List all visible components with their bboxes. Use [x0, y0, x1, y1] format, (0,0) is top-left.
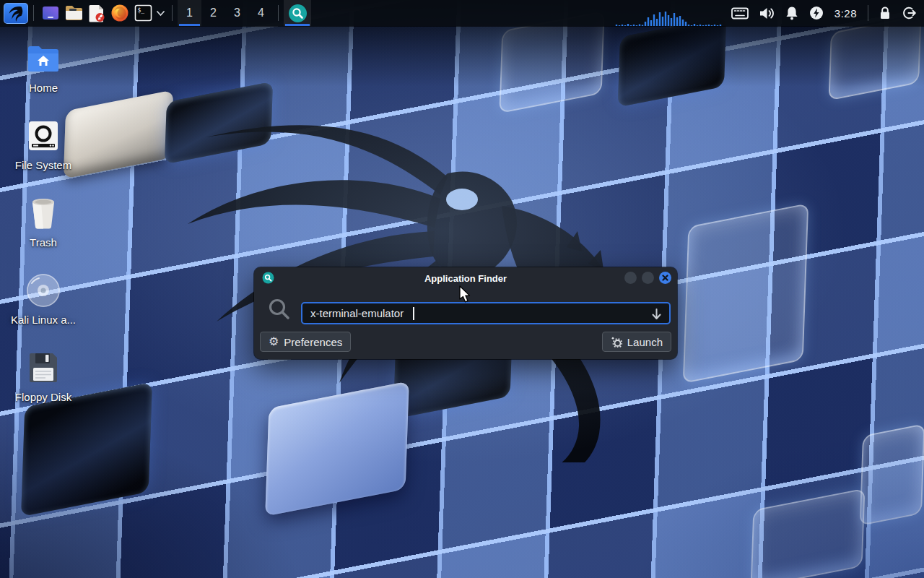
notifications[interactable] [785, 0, 799, 26]
close-button[interactable] [659, 272, 671, 284]
desktop-icon-label: Kali Linux a... [11, 314, 76, 326]
launch-button[interactable]: Launch [602, 332, 671, 352]
application-finder-icon [288, 4, 308, 23]
window-title: Application Finder [254, 273, 677, 284]
close-icon [662, 275, 668, 281]
volume-control[interactable] [759, 0, 775, 26]
dropdown-arrow-icon[interactable] [650, 308, 663, 321]
workspace-1[interactable]: 1 [178, 0, 201, 26]
hard-drive-icon [27, 118, 59, 154]
lock-screen[interactable] [879, 0, 892, 26]
optical-disc-icon [26, 272, 61, 309]
search-input-value: x-terminal-emulator [310, 307, 404, 319]
top-panel: $_ 1 2 3 4 [0, 0, 924, 26]
kali-menu-button[interactable] [4, 3, 28, 24]
taskbar-application-finder[interactable] [284, 0, 311, 26]
desktop-icon-label: Home [29, 82, 58, 94]
workspace-1-label: 1 [186, 7, 193, 20]
desktop-icon-label: Trash [30, 236, 57, 249]
preferences-button[interactable]: ⚙ Preferences [260, 332, 351, 352]
panel-separator [33, 5, 34, 21]
logout[interactable] [902, 0, 917, 26]
desktop-icon-kali-cd[interactable]: Kali Linux a... [7, 272, 79, 326]
bell-icon [785, 6, 799, 21]
workspace-3-label: 3 [234, 7, 240, 20]
launcher-desktop-window[interactable] [39, 0, 62, 26]
chevron-down-icon [156, 10, 165, 17]
application-finder-window: Application Finder x-terminal-emulator [254, 267, 677, 359]
floppy-disk-icon [28, 350, 58, 386]
kali-dragon-artwork [173, 58, 650, 462]
keyboard-icon [731, 7, 749, 20]
firefox-icon [110, 4, 129, 22]
preferences-label: Preferences [284, 336, 342, 348]
desktop-icon-label: File System [15, 159, 71, 171]
svg-text:$_: $_ [137, 7, 144, 14]
wallpaper-cube [860, 423, 924, 526]
folder-icon [64, 4, 84, 22]
desktop-icon-home[interactable]: Home [7, 40, 79, 94]
desktop-icon-label: Floppy Disk [15, 391, 71, 403]
kali-logo-icon [7, 4, 25, 22]
text-editor-icon [88, 4, 105, 22]
launcher-file-manager[interactable] [62, 0, 85, 26]
search-input[interactable]: x-terminal-emulator [301, 302, 671, 324]
keyboard-indicator[interactable] [731, 0, 749, 26]
search-row: x-terminal-emulator [254, 289, 677, 325]
terminal-dropdown-chevron[interactable] [156, 0, 165, 26]
panel-separator [172, 5, 173, 21]
titlebar[interactable]: Application Finder [254, 267, 677, 289]
speaker-icon [759, 7, 775, 20]
search-icon [268, 298, 291, 321]
desktop-icon-file-system[interactable]: File System [7, 118, 79, 171]
panel-separator [868, 5, 868, 21]
panel-separator [278, 5, 279, 21]
launcher-text-editor[interactable] [85, 0, 108, 26]
launcher-firefox[interactable] [108, 0, 131, 26]
wallpaper-cube [683, 203, 808, 384]
text-caret [413, 307, 414, 320]
dialog-actions: ⚙ Preferences Launch [254, 332, 677, 352]
launch-label: Launch [627, 336, 663, 348]
application-finder-window-icon [262, 272, 274, 284]
desktop-icon-trash[interactable]: Trash [7, 195, 79, 249]
panel-clock[interactable]: 3:28 [834, 7, 857, 20]
desktop-window-icon [41, 4, 60, 22]
power-manager[interactable] [809, 0, 824, 26]
logout-icon [902, 6, 917, 20]
home-folder-icon [27, 40, 60, 77]
lock-icon [879, 6, 892, 20]
workspace-4[interactable]: 4 [249, 0, 273, 26]
terminal-icon: $_ [134, 4, 152, 22]
launcher-terminal[interactable]: $_ [131, 0, 154, 26]
desktop-icon-floppy[interactable]: Floppy Disk [7, 350, 79, 403]
minimize-button[interactable] [624, 272, 637, 284]
trash-bin-icon [28, 195, 58, 231]
gear-icon: ⚙ [269, 336, 279, 348]
power-manager-icon [809, 6, 824, 20]
workspace-3[interactable]: 3 [225, 0, 249, 26]
maximize-button[interactable] [642, 272, 654, 284]
launch-icon [611, 336, 622, 348]
workspace-2-label: 2 [210, 7, 217, 20]
workspace-2[interactable]: 2 [201, 0, 225, 26]
audio-visualizer [615, 9, 723, 26]
workspace-4-label: 4 [258, 7, 264, 20]
desktop-screen: $_ 1 2 3 4 [0, 0, 924, 578]
